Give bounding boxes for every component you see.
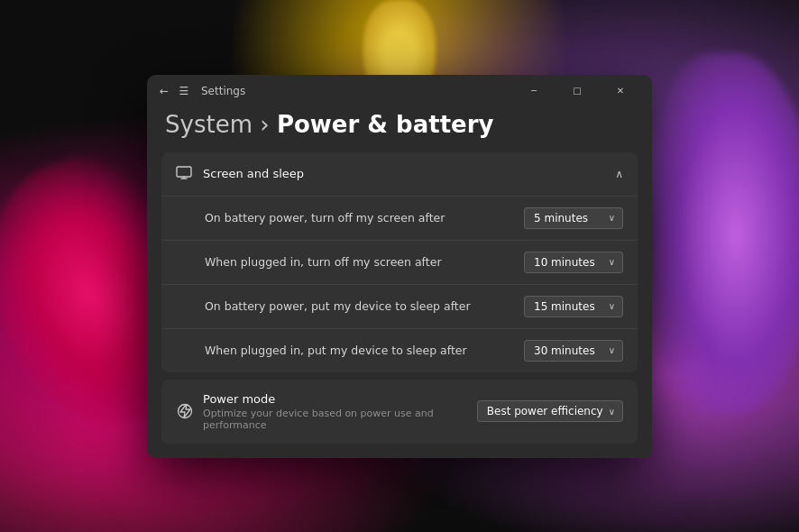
power-mode-chevron-icon: ∨ <box>609 407 615 417</box>
setting-label-plugged-sleep: When plugged in, put my device to sleep … <box>205 344 524 357</box>
screen-sleep-items: On battery power, turn off my screen aft… <box>161 196 638 372</box>
breadcrumb-separator: › <box>253 111 277 138</box>
plugged-sleep-value: 30 minutes <box>534 344 603 357</box>
monitor-icon <box>176 165 194 183</box>
back-button[interactable]: ← <box>158 85 170 97</box>
plugged-screen-value: 10 minutes <box>534 256 603 269</box>
plugged-sleep-dropdown[interactable]: 30 minutes ∨ <box>524 340 623 362</box>
battery-screen-dropdown[interactable]: 5 minutes ∨ <box>524 207 623 229</box>
decorative-blob-purple <box>655 53 799 414</box>
screen-sleep-header[interactable]: Screen and sleep ∧ <box>161 152 638 196</box>
power-mode-title: Power mode <box>203 392 477 406</box>
power-mode-text-area: Power mode Optimize your device based on… <box>203 392 477 431</box>
titlebar: ← ☰ Settings ─ □ ✕ <box>147 75 652 107</box>
setting-row-plugged-screen: When plugged in, turn off my screen afte… <box>161 241 638 285</box>
svg-rect-0 <box>177 167 191 177</box>
power-mode-value: Best power efficiency <box>487 405 603 417</box>
window-controls: ─ □ ✕ <box>513 77 641 105</box>
screen-sleep-title: Screen and sleep <box>203 167 615 180</box>
titlebar-title: Settings <box>201 85 245 97</box>
power-mode-icon <box>176 402 194 420</box>
setting-row-battery-sleep: On battery power, put my device to sleep… <box>161 285 638 329</box>
page-title-area: System › Power & battery <box>147 107 652 152</box>
battery-sleep-chevron-icon: ∨ <box>609 301 615 311</box>
power-mode-dropdown[interactable]: Best power efficiency ∨ <box>477 400 623 422</box>
page-title-section: Power & battery <box>277 111 494 138</box>
settings-window: ← ☰ Settings ─ □ ✕ System › Power & batt… <box>147 75 652 458</box>
power-mode-card: Power mode Optimize your device based on… <box>161 380 638 444</box>
setting-row-battery-screen: On battery power, turn off my screen aft… <box>161 197 638 241</box>
battery-sleep-dropdown[interactable]: 15 minutes ∨ <box>524 296 623 317</box>
plugged-screen-dropdown[interactable]: 10 minutes ∨ <box>524 252 623 273</box>
screen-sleep-card: Screen and sleep ∧ On battery power, tur… <box>161 152 638 372</box>
hamburger-menu-icon[interactable]: ☰ <box>178 85 190 97</box>
plugged-screen-chevron-icon: ∨ <box>609 257 615 267</box>
settings-content: Screen and sleep ∧ On battery power, tur… <box>147 152 652 458</box>
minimize-button[interactable]: ─ <box>513 77 555 105</box>
setting-label-battery-sleep: On battery power, put my device to sleep… <box>205 299 524 313</box>
maximize-button[interactable]: □ <box>556 77 598 105</box>
titlebar-nav: ← ☰ Settings <box>158 85 513 97</box>
setting-row-plugged-sleep: When plugged in, put my device to sleep … <box>161 329 638 372</box>
battery-screen-value: 5 minutes <box>534 212 603 225</box>
screen-sleep-chevron: ∧ <box>615 168 623 180</box>
power-mode-row: Power mode Optimize your device based on… <box>161 380 638 444</box>
battery-screen-chevron-icon: ∨ <box>609 213 615 223</box>
power-mode-description: Optimize your device based on power use … <box>203 408 477 431</box>
close-button[interactable]: ✕ <box>600 77 641 105</box>
page-title-system: System <box>165 111 253 138</box>
plugged-sleep-chevron-icon: ∨ <box>609 345 615 355</box>
battery-sleep-value: 15 minutes <box>534 300 603 313</box>
setting-label-plugged-screen: When plugged in, turn off my screen afte… <box>205 255 524 269</box>
setting-label-battery-screen: On battery power, turn off my screen aft… <box>205 211 524 225</box>
